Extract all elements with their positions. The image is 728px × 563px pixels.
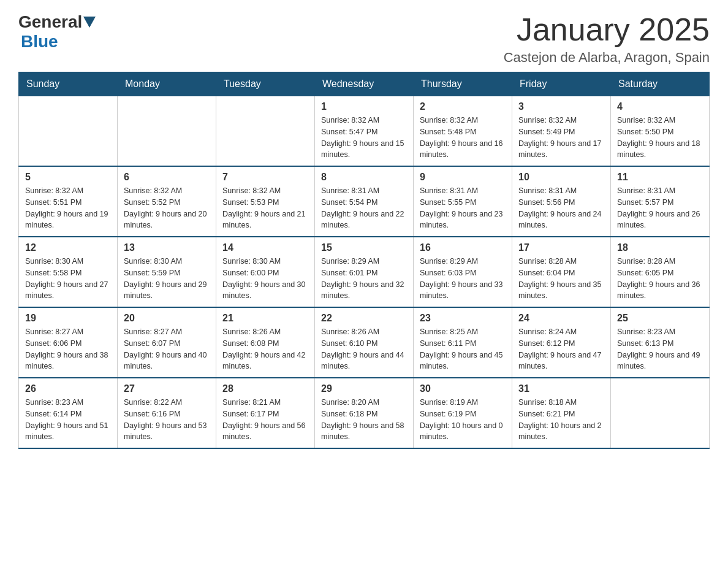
day-info: Sunrise: 8:32 AMSunset: 5:52 PMDaylight:…: [124, 185, 210, 231]
day-number: 13: [124, 242, 210, 253]
header-wednesday: Wednesday: [315, 72, 414, 96]
day-number: 9: [420, 172, 506, 183]
day-cell: 30Sunrise: 8:19 AMSunset: 6:19 PMDayligh…: [414, 378, 512, 448]
week-row-3: 19Sunrise: 8:27 AMSunset: 6:06 PMDayligh…: [19, 307, 710, 378]
day-number: 5: [25, 172, 111, 183]
day-number: 16: [420, 242, 506, 253]
day-cell: 3Sunrise: 8:32 AMSunset: 5:49 PMDaylight…: [512, 96, 611, 167]
page-header: General Blue January 2025 Castejon de Al…: [18, 12, 710, 66]
day-cell: 4Sunrise: 8:32 AMSunset: 5:50 PMDaylight…: [611, 96, 710, 167]
day-info: Sunrise: 8:31 AMSunset: 5:55 PMDaylight:…: [420, 185, 506, 231]
day-cell: 1Sunrise: 8:32 AMSunset: 5:47 PMDaylight…: [315, 96, 414, 167]
day-info: Sunrise: 8:31 AMSunset: 5:56 PMDaylight:…: [518, 185, 604, 231]
day-number: 1: [321, 101, 407, 112]
day-info: Sunrise: 8:26 AMSunset: 6:10 PMDaylight:…: [321, 326, 407, 372]
day-cell: 12Sunrise: 8:30 AMSunset: 5:58 PMDayligh…: [19, 237, 118, 307]
day-cell: 26Sunrise: 8:23 AMSunset: 6:14 PMDayligh…: [19, 378, 118, 448]
calendar-table: SundayMondayTuesdayWednesdayThursdayFrid…: [18, 72, 710, 449]
day-number: 25: [617, 313, 703, 324]
day-cell: 20Sunrise: 8:27 AMSunset: 6:07 PMDayligh…: [118, 307, 216, 378]
location-subtitle: Castejon de Alarba, Aragon, Spain: [504, 50, 710, 66]
header-row: SundayMondayTuesdayWednesdayThursdayFrid…: [19, 72, 710, 96]
day-cell: 16Sunrise: 8:29 AMSunset: 6:03 PMDayligh…: [414, 237, 512, 307]
day-cell: 22Sunrise: 8:26 AMSunset: 6:10 PMDayligh…: [315, 307, 414, 378]
week-row-0: 1Sunrise: 8:32 AMSunset: 5:47 PMDaylight…: [19, 96, 710, 167]
day-info: Sunrise: 8:30 AMSunset: 6:00 PMDaylight:…: [222, 256, 308, 302]
day-cell: 9Sunrise: 8:31 AMSunset: 5:55 PMDaylight…: [414, 166, 512, 237]
logo: General Blue: [18, 12, 97, 52]
day-number: 12: [25, 242, 111, 253]
day-info: Sunrise: 8:22 AMSunset: 6:16 PMDaylight:…: [124, 397, 210, 443]
day-number: 11: [617, 172, 703, 183]
header-thursday: Thursday: [414, 72, 512, 96]
day-number: 23: [420, 313, 506, 324]
day-cell: 23Sunrise: 8:25 AMSunset: 6:11 PMDayligh…: [414, 307, 512, 378]
day-info: Sunrise: 8:25 AMSunset: 6:11 PMDaylight:…: [420, 326, 506, 372]
day-info: Sunrise: 8:26 AMSunset: 6:08 PMDaylight:…: [222, 326, 308, 372]
day-cell: 2Sunrise: 8:32 AMSunset: 5:48 PMDaylight…: [414, 96, 512, 167]
day-number: 28: [222, 383, 308, 394]
day-info: Sunrise: 8:19 AMSunset: 6:19 PMDaylight:…: [420, 397, 506, 443]
week-row-2: 12Sunrise: 8:30 AMSunset: 5:58 PMDayligh…: [19, 237, 710, 307]
week-row-1: 5Sunrise: 8:32 AMSunset: 5:51 PMDaylight…: [19, 166, 710, 237]
day-number: 19: [25, 313, 111, 324]
day-cell: 15Sunrise: 8:29 AMSunset: 6:01 PMDayligh…: [315, 237, 414, 307]
day-number: 4: [617, 101, 703, 112]
day-info: Sunrise: 8:28 AMSunset: 6:04 PMDaylight:…: [518, 256, 604, 302]
header-tuesday: Tuesday: [216, 72, 315, 96]
day-cell: 13Sunrise: 8:30 AMSunset: 5:59 PMDayligh…: [118, 237, 216, 307]
day-cell: 7Sunrise: 8:32 AMSunset: 5:53 PMDaylight…: [216, 166, 315, 237]
day-info: Sunrise: 8:32 AMSunset: 5:48 PMDaylight:…: [420, 115, 506, 161]
header-saturday: Saturday: [611, 72, 710, 96]
day-info: Sunrise: 8:29 AMSunset: 6:03 PMDaylight:…: [420, 256, 506, 302]
day-cell: 21Sunrise: 8:26 AMSunset: 6:08 PMDayligh…: [216, 307, 315, 378]
day-cell: 18Sunrise: 8:28 AMSunset: 6:05 PMDayligh…: [611, 237, 710, 307]
day-info: Sunrise: 8:32 AMSunset: 5:51 PMDaylight:…: [25, 185, 111, 231]
day-cell: 25Sunrise: 8:23 AMSunset: 6:13 PMDayligh…: [611, 307, 710, 378]
day-cell: 28Sunrise: 8:21 AMSunset: 6:17 PMDayligh…: [216, 378, 315, 448]
day-info: Sunrise: 8:32 AMSunset: 5:49 PMDaylight:…: [518, 115, 604, 161]
day-cell: 24Sunrise: 8:24 AMSunset: 6:12 PMDayligh…: [512, 307, 611, 378]
day-number: 24: [518, 313, 604, 324]
day-number: 30: [420, 383, 506, 394]
day-info: Sunrise: 8:24 AMSunset: 6:12 PMDaylight:…: [518, 326, 604, 372]
day-info: Sunrise: 8:31 AMSunset: 5:54 PMDaylight:…: [321, 185, 407, 231]
day-number: 18: [617, 242, 703, 253]
logo-arrow-icon: [83, 17, 96, 28]
header-sunday: Sunday: [19, 72, 118, 96]
day-info: Sunrise: 8:30 AMSunset: 5:58 PMDaylight:…: [25, 256, 111, 302]
day-number: 21: [222, 313, 308, 324]
day-info: Sunrise: 8:18 AMSunset: 6:21 PMDaylight:…: [518, 397, 604, 443]
day-number: 17: [518, 242, 604, 253]
logo-text: General: [18, 12, 97, 32]
day-info: Sunrise: 8:29 AMSunset: 6:01 PMDaylight:…: [321, 256, 407, 302]
day-info: Sunrise: 8:20 AMSunset: 6:18 PMDaylight:…: [321, 397, 407, 443]
day-cell: [118, 96, 216, 167]
day-number: 3: [518, 101, 604, 112]
day-cell: 29Sunrise: 8:20 AMSunset: 6:18 PMDayligh…: [315, 378, 414, 448]
day-cell: 8Sunrise: 8:31 AMSunset: 5:54 PMDaylight…: [315, 166, 414, 237]
day-number: 15: [321, 242, 407, 253]
day-number: 27: [124, 383, 210, 394]
day-cell: 10Sunrise: 8:31 AMSunset: 5:56 PMDayligh…: [512, 166, 611, 237]
title-area: January 2025 Castejon de Alarba, Aragon,…: [504, 12, 710, 66]
logo-general: General: [18, 12, 82, 32]
day-cell: 31Sunrise: 8:18 AMSunset: 6:21 PMDayligh…: [512, 378, 611, 448]
day-cell: [19, 96, 118, 167]
day-cell: [216, 96, 315, 167]
day-info: Sunrise: 8:30 AMSunset: 5:59 PMDaylight:…: [124, 256, 210, 302]
day-number: 10: [518, 172, 604, 183]
day-cell: 11Sunrise: 8:31 AMSunset: 5:57 PMDayligh…: [611, 166, 710, 237]
day-number: 8: [321, 172, 407, 183]
day-info: Sunrise: 8:23 AMSunset: 6:14 PMDaylight:…: [25, 397, 111, 443]
day-cell: 14Sunrise: 8:30 AMSunset: 6:00 PMDayligh…: [216, 237, 315, 307]
day-number: 2: [420, 101, 506, 112]
day-info: Sunrise: 8:31 AMSunset: 5:57 PMDaylight:…: [617, 185, 703, 231]
day-info: Sunrise: 8:27 AMSunset: 6:07 PMDaylight:…: [124, 326, 210, 372]
month-title: January 2025: [504, 12, 710, 47]
day-info: Sunrise: 8:28 AMSunset: 6:05 PMDaylight:…: [617, 256, 703, 302]
day-number: 31: [518, 383, 604, 394]
day-info: Sunrise: 8:32 AMSunset: 5:53 PMDaylight:…: [222, 185, 308, 231]
day-cell: 6Sunrise: 8:32 AMSunset: 5:52 PMDaylight…: [118, 166, 216, 237]
week-row-4: 26Sunrise: 8:23 AMSunset: 6:14 PMDayligh…: [19, 378, 710, 448]
